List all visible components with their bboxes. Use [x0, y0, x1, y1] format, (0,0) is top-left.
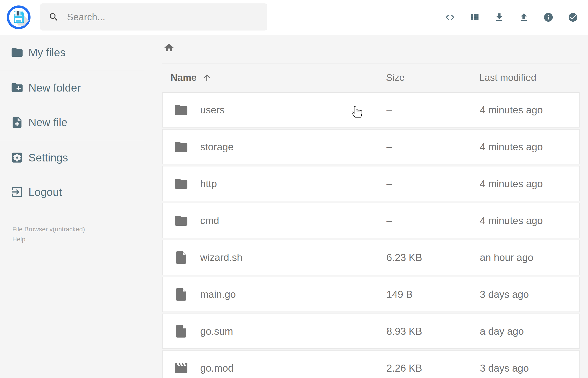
- file-size: 8.93 KB: [387, 326, 480, 337]
- help-link[interactable]: Help: [12, 234, 85, 244]
- sidebar-item-label: My files: [28, 46, 66, 59]
- grid-view-button[interactable]: [462, 4, 487, 31]
- column-header-size[interactable]: Size: [386, 72, 479, 83]
- file-modified: 3 days ago: [480, 289, 580, 300]
- file-modified: 4 minutes ago: [480, 215, 580, 226]
- app-version-text: File Browser v(untracked): [12, 224, 85, 234]
- breadcrumb-home-button[interactable]: [163, 41, 175, 54]
- sidebar-item-label: Logout: [28, 186, 62, 198]
- file-size: –: [387, 215, 480, 226]
- new-folder-icon: [11, 81, 24, 94]
- new-file-icon: [11, 116, 24, 129]
- check-circle-icon: [568, 12, 578, 23]
- info-icon: [543, 12, 554, 23]
- row-go.sum[interactable]: go.sum 8.93 KB a day ago: [162, 313, 580, 349]
- arrow-up-icon[interactable]: [202, 73, 212, 82]
- code-icon: [445, 12, 455, 23]
- upload-button[interactable]: [511, 4, 536, 31]
- row-http[interactable]: http – 4 minutes ago: [162, 166, 580, 201]
- download-icon: [494, 12, 504, 23]
- toolbar-actions: [438, 0, 585, 35]
- search-bar: [40, 3, 267, 30]
- sidebar: My files New folder New file Settings Lo…: [0, 35, 144, 378]
- download-button[interactable]: [487, 4, 511, 31]
- file-size: 149 B: [387, 289, 480, 300]
- file-type-icon: [174, 102, 188, 118]
- file-type-icon: [174, 324, 188, 339]
- info-button[interactable]: [536, 4, 561, 31]
- file-type-icon: [174, 250, 188, 265]
- sidebar-item-my-files[interactable]: My files: [0, 46, 144, 59]
- filebrowser-app: My files New folder New file Settings Lo…: [0, 0, 588, 378]
- file-modified: a day ago: [480, 326, 580, 337]
- file-size: –: [387, 141, 480, 153]
- row-cmd[interactable]: cmd – 4 minutes ago: [162, 203, 580, 238]
- raw-view-button[interactable]: [438, 4, 462, 31]
- file-modified: 4 minutes ago: [480, 141, 580, 153]
- file-modified: an hour ago: [480, 252, 580, 263]
- row-go.mod[interactable]: go.mod 2.26 KB 3 days ago: [162, 351, 580, 378]
- file-type-icon: [174, 287, 188, 302]
- file-name: go.sum: [200, 326, 233, 337]
- sidebar-item-new-folder[interactable]: New folder: [0, 81, 144, 94]
- file-modified: 4 minutes ago: [480, 104, 580, 116]
- file-type-icon: [174, 176, 188, 191]
- file-size: –: [387, 178, 480, 189]
- sidebar-item-label: Settings: [28, 151, 68, 164]
- logout-icon: [11, 185, 24, 199]
- top-bar: [0, 0, 588, 35]
- column-header-modified[interactable]: Last modified: [479, 72, 580, 83]
- row-main.go[interactable]: main.go 149 B 3 days ago: [162, 277, 580, 312]
- home-icon: [163, 42, 174, 53]
- sidebar-credits: File Browser v(untracked) Help: [12, 224, 85, 244]
- file-name: http: [200, 178, 217, 189]
- search-input[interactable]: [67, 11, 260, 23]
- file-size: 2.26 KB: [387, 363, 480, 374]
- sidebar-item-new-file[interactable]: New file: [0, 116, 144, 129]
- file-name: storage: [200, 141, 234, 153]
- upload-icon: [519, 12, 529, 23]
- file-name: cmd: [200, 215, 219, 226]
- search-icon: [49, 12, 59, 22]
- settings-icon: [11, 151, 24, 164]
- floppy-disk-logo-icon: [7, 5, 30, 29]
- file-name: go.mod: [200, 363, 234, 374]
- app-logo[interactable]: [7, 5, 30, 29]
- listing-header: Name Size Last modified: [162, 68, 580, 88]
- file-listing: users – 4 minutes ago storage – 4 minute…: [162, 92, 580, 378]
- folder-icon: [11, 46, 24, 59]
- sidebar-item-label: New folder: [28, 81, 80, 94]
- sidebar-item-label: New file: [28, 116, 67, 129]
- sidebar-divider: [0, 71, 144, 71]
- file-type-icon: [174, 139, 188, 154]
- sidebar-divider: [0, 140, 144, 140]
- file-size: –: [387, 104, 480, 116]
- file-name: main.go: [200, 289, 236, 300]
- sidebar-item-logout[interactable]: Logout: [0, 185, 144, 199]
- file-type-icon: [174, 213, 188, 228]
- row-users[interactable]: users – 4 minutes ago: [162, 92, 580, 128]
- breadcrumb-divider: [162, 63, 580, 64]
- file-size: 6.23 KB: [387, 252, 480, 263]
- file-modified: 4 minutes ago: [480, 178, 580, 189]
- select-multiple-button[interactable]: [561, 4, 585, 31]
- file-modified: 3 days ago: [480, 363, 580, 374]
- file-name: users: [200, 104, 225, 116]
- sidebar-item-settings[interactable]: Settings: [0, 151, 144, 164]
- file-type-icon: [174, 361, 188, 376]
- row-storage[interactable]: storage – 4 minutes ago: [162, 129, 580, 164]
- column-header-name[interactable]: Name: [171, 72, 197, 83]
- row-wizard.sh[interactable]: wizard.sh 6.23 KB an hour ago: [162, 240, 580, 275]
- file-name: wizard.sh: [200, 252, 242, 263]
- grid-view-icon: [469, 12, 480, 23]
